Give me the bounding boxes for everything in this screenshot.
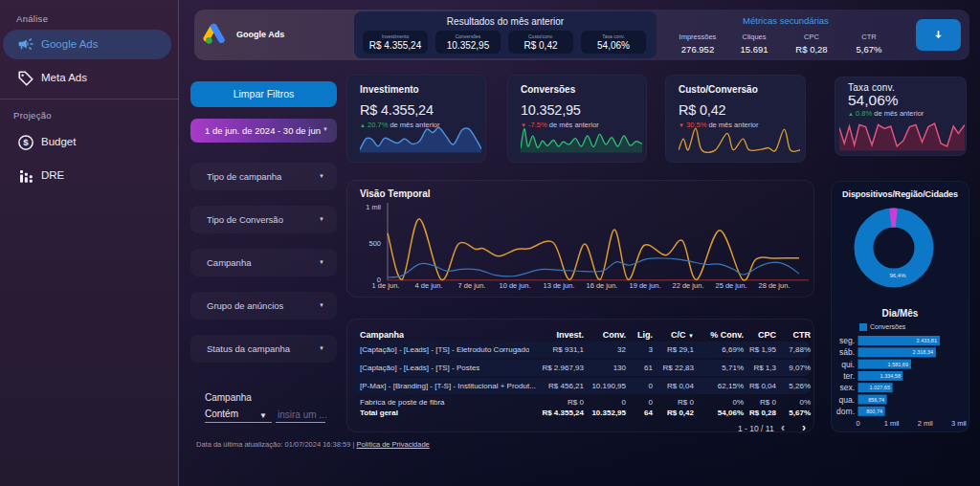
svg-text:qua.: qua. (838, 395, 855, 405)
svg-text:2 mil: 2 mil (918, 419, 933, 428)
svg-text:sex.: sex. (839, 383, 855, 392)
svg-text:856,74: 856,74 (868, 397, 884, 403)
svg-text:1.027,65: 1.027,65 (870, 385, 890, 390)
svg-text:2.433,81: 2.433,81 (917, 338, 937, 343)
svg-text:dom.: dom. (836, 407, 855, 416)
svg-text:1 mil: 1 mil (884, 419, 900, 428)
svg-text:$: $ (23, 137, 29, 147)
svg-text:800,74: 800,74 (866, 409, 882, 414)
svg-text:qui.: qui. (841, 360, 855, 369)
svg-text:ter.: ter. (843, 371, 855, 381)
svg-text:1.334,58: 1.334,58 (880, 373, 901, 379)
svg-text:1.581,69: 1.581,69 (888, 362, 908, 367)
svg-text:3 mil: 3 mil (951, 419, 967, 428)
svg-text:seg.: seg. (839, 336, 855, 345)
svg-text:sáb.: sáb. (839, 347, 855, 357)
svg-text:0: 0 (856, 419, 859, 428)
svg-text:2.318,34: 2.318,34 (913, 349, 933, 355)
